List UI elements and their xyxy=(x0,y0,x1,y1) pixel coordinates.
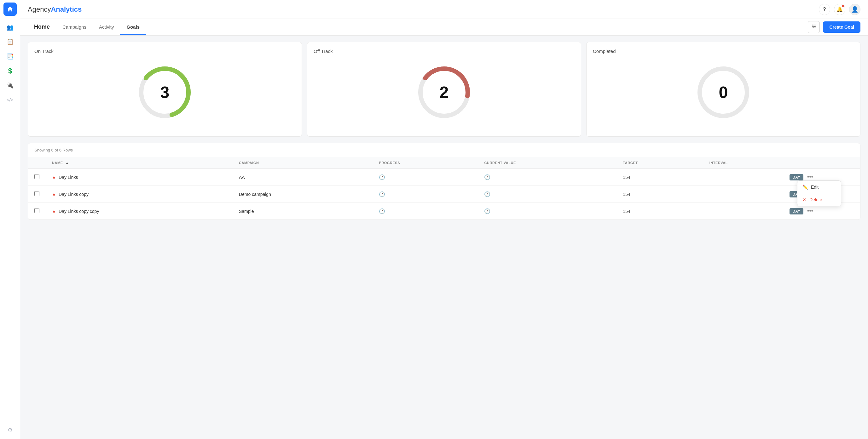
col-interval: INTERVAL xyxy=(703,157,821,169)
star-icon[interactable]: ★ xyxy=(52,192,56,197)
sidebar-item-settings[interactable]: ⚙ xyxy=(3,423,17,437)
row-campaign-cell: AA xyxy=(232,169,373,186)
col-target: TARGET xyxy=(617,157,703,169)
table-row: ★ Day Links copy Demo campaign 🕐 🕐 154 xyxy=(28,186,860,203)
notification-badge xyxy=(842,5,844,7)
row-target-cell: 154 xyxy=(617,203,703,220)
edit-label: Edit xyxy=(811,184,818,190)
row-name-text: Day Links xyxy=(59,175,78,180)
sidebar: 👥 📋 📑 💲 🔌 </> ⚙ xyxy=(0,0,20,439)
on-track-card: On Track 3 xyxy=(28,42,302,137)
current-value-clock-icon: 🕐 xyxy=(484,174,490,180)
row-progress-cell: 🕐 xyxy=(373,169,478,186)
sidebar-item-code[interactable]: </> xyxy=(3,93,17,106)
row-name-cell: ★ Day Links copy copy xyxy=(46,203,232,220)
help-button[interactable]: ? xyxy=(819,4,830,15)
row-checkbox[interactable] xyxy=(34,191,39,196)
delete-option[interactable]: ✕ Delete xyxy=(797,193,841,206)
col-checkbox xyxy=(28,157,46,169)
sidebar-item-plugin[interactable]: 🔌 xyxy=(3,79,17,92)
on-track-value: 3 xyxy=(160,84,169,100)
row-campaign-cell: Demo campaign xyxy=(232,186,373,203)
more-options-button[interactable]: ••• xyxy=(806,174,814,180)
interval-badge: DAY xyxy=(789,208,803,214)
user-icon: 👤 xyxy=(851,6,858,13)
row-current-value-cell: 🕐 xyxy=(478,203,617,220)
completed-value: 0 xyxy=(719,84,728,100)
row-name-text: Day Links copy xyxy=(59,192,89,197)
row-target-cell: 154 xyxy=(617,186,703,203)
current-value-clock-icon: 🕐 xyxy=(484,192,490,197)
progress-clock-icon: 🕐 xyxy=(379,208,385,214)
table-row: ★ Day Links AA 🕐 🕐 154 xyxy=(28,169,860,186)
on-track-donut: 3 xyxy=(34,58,295,130)
help-icon: ? xyxy=(823,7,826,12)
row-target-cell: 154 xyxy=(617,169,703,186)
col-current-value: CURRENT VALUE xyxy=(478,157,617,169)
col-name[interactable]: NAME ▲ xyxy=(46,157,232,169)
tab-activity[interactable]: Activity xyxy=(93,20,120,35)
sidebar-item-money[interactable]: 💲 xyxy=(3,64,17,77)
table-row: ★ Day Links copy copy Sample 🕐 🕐 154 xyxy=(28,203,860,220)
off-track-donut: 2 xyxy=(314,58,575,130)
create-goal-button[interactable]: Create Goal xyxy=(823,22,861,33)
goals-table-section: Showing 6 of 6 Rows NAME ▲ CAMPAIGN PROG… xyxy=(28,143,861,220)
more-options-button[interactable]: ••• xyxy=(806,208,814,214)
tab-home[interactable]: Home xyxy=(28,19,56,36)
filter-icon xyxy=(811,24,817,31)
row-campaign-cell: Sample xyxy=(232,203,373,220)
nav-area: Home Campaigns Activity Goals Create Goa… xyxy=(20,19,868,36)
row-dropdown-menu: ✏️ Edit ✕ Delete xyxy=(797,180,841,206)
notification-button[interactable]: 🔔 xyxy=(834,4,845,15)
row-checkbox-cell xyxy=(28,169,46,186)
row-current-value-cell: 🕐 xyxy=(478,169,617,186)
row-checkbox[interactable] xyxy=(34,174,39,179)
sidebar-item-reports[interactable]: 📋 xyxy=(3,35,17,48)
star-icon[interactable]: ★ xyxy=(52,209,56,214)
sidebar-item-users[interactable]: 👥 xyxy=(3,21,17,34)
on-track-label: On Track xyxy=(34,48,54,54)
row-progress-cell: 🕐 xyxy=(373,186,478,203)
row-name-cell: ★ Day Links copy xyxy=(46,186,232,203)
content-area: On Track 3 Off Track 2 xyxy=(20,36,868,439)
filter-button[interactable] xyxy=(808,21,820,33)
row-checkbox-cell xyxy=(28,186,46,203)
edit-option[interactable]: ✏️ Edit xyxy=(797,181,841,193)
delete-label: Delete xyxy=(809,197,822,202)
interval-badge: DAY xyxy=(789,174,803,180)
sort-arrow-icon: ▲ xyxy=(65,161,69,165)
delete-icon: ✕ xyxy=(802,197,806,202)
topbar-actions: ? 🔔 👤 xyxy=(819,4,861,15)
star-icon[interactable]: ★ xyxy=(52,175,56,180)
table-header: NAME ▲ CAMPAIGN PROGRESS CURRENT VALUE T… xyxy=(28,157,860,169)
col-campaign: CAMPAIGN xyxy=(232,157,373,169)
progress-clock-icon: 🕐 xyxy=(379,192,385,197)
goals-table: NAME ▲ CAMPAIGN PROGRESS CURRENT VALUE T… xyxy=(28,157,860,220)
topbar: AgencyAnalytics ? 🔔 👤 xyxy=(20,0,868,19)
table-info: Showing 6 of 6 Rows xyxy=(28,143,860,157)
progress-clock-icon: 🕐 xyxy=(379,174,385,180)
nav-tabs: Home Campaigns Activity Goals xyxy=(28,19,146,35)
svg-point-3 xyxy=(812,25,813,26)
tab-campaigns[interactable]: Campaigns xyxy=(56,20,93,35)
svg-point-5 xyxy=(813,27,814,28)
row-name-text: Day Links copy copy xyxy=(59,209,99,214)
off-track-card: Off Track 2 xyxy=(307,42,581,137)
row-interval-cell: DAY ••• ✏️ Edit ✕ xyxy=(703,169,821,186)
completed-donut: 0 xyxy=(593,58,854,130)
sidebar-logo[interactable] xyxy=(3,2,17,16)
avatar-button[interactable]: 👤 xyxy=(849,4,861,15)
sidebar-item-copy[interactable]: 📑 xyxy=(3,50,17,63)
col-actions xyxy=(821,157,860,169)
tab-goals[interactable]: Goals xyxy=(120,20,146,35)
off-track-value: 2 xyxy=(440,84,449,100)
off-track-label: Off Track xyxy=(314,48,333,54)
row-current-value-cell: 🕐 xyxy=(478,186,617,203)
app-logo: AgencyAnalytics xyxy=(28,5,82,13)
table-body: ★ Day Links AA 🕐 🕐 154 xyxy=(28,169,860,220)
nav-actions: Create Goal xyxy=(808,21,861,33)
current-value-clock-icon: 🕐 xyxy=(484,208,490,214)
row-checkbox-cell xyxy=(28,203,46,220)
row-checkbox[interactable] xyxy=(34,208,39,213)
edit-icon: ✏️ xyxy=(802,184,808,190)
